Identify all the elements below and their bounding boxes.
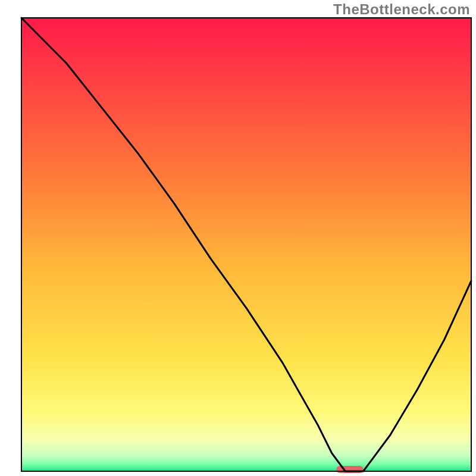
chart-container: TheBottleneck.com [0, 0, 476, 476]
gradient-background [21, 18, 471, 471]
bottleneck-chart [0, 0, 476, 476]
